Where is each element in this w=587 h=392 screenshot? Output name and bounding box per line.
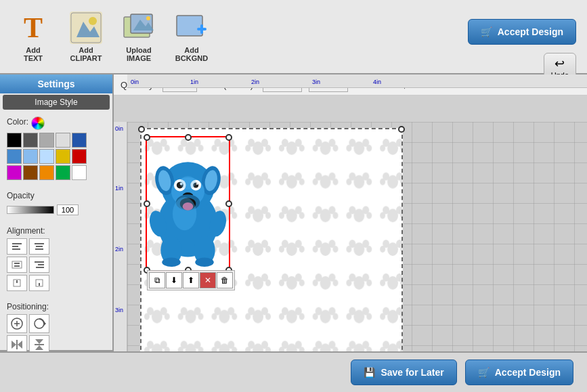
- alignment-section: Alignment:: [0, 221, 112, 297]
- svg-point-66: [162, 257, 180, 267]
- color-swatch[interactable]: [39, 149, 54, 164]
- svg-point-59: [196, 183, 198, 185]
- sidebar-tab-label: Image Style: [35, 97, 77, 107]
- printable-area: ⧉ ⬇ ⬆ ✕ 🗑: [139, 127, 404, 351]
- main-content: Settings Image Style Color:: [0, 74, 587, 351]
- top-toolbar: T Add TEXT Add CLIPART Up: [0, 0, 587, 74]
- color-swatch[interactable]: [72, 133, 87, 148]
- opacity-value-input[interactable]: [57, 204, 79, 215]
- position-rotate-button[interactable]: [29, 314, 49, 333]
- color-swatch[interactable]: [72, 149, 87, 164]
- sidebar-header: Settings: [0, 74, 112, 93]
- color-swatch[interactable]: [39, 133, 54, 148]
- svg-point-70: [173, 197, 196, 230]
- color-swatch[interactable]: [39, 165, 54, 180]
- sidebar: Settings Image Style Color:: [0, 74, 114, 351]
- bkgnd-icon: [175, 11, 209, 45]
- svg-marker-40: [35, 345, 43, 350]
- sidebar-image-style-tab[interactable]: Image Style: [3, 95, 110, 110]
- ruler-v-2: 2in: [115, 246, 123, 253]
- ruler-v-1: 1in: [115, 185, 123, 192]
- element-delete-button[interactable]: 🗑: [217, 272, 233, 288]
- align-top-button[interactable]: [7, 275, 27, 291]
- color-grid: [7, 133, 106, 180]
- dog-element[interactable]: ⧉ ⬇ ⬆ ✕ 🗑: [146, 136, 230, 271]
- position-layer-up-button[interactable]: [7, 314, 27, 333]
- opacity-slider[interactable]: [7, 206, 54, 214]
- accept-design-top-button[interactable]: 🛒 Accept Design: [468, 19, 576, 45]
- positioning-section: Positioning:: [0, 297, 112, 360]
- upload-image-button[interactable]: Upload IMAGE: [116, 8, 161, 65]
- grid-canvas[interactable]: ⧉ ⬇ ⬆ ✕ 🗑: [127, 122, 587, 351]
- canvas-wrapper: Quantity: 10 25 50 100 Size (H x W): 4.0…: [114, 74, 587, 351]
- add-text-label: Add TEXT: [24, 46, 43, 62]
- ruler-v-0: 0in: [115, 125, 123, 132]
- positioning-label: Positioning:: [7, 302, 106, 311]
- alignment-grid: [7, 238, 106, 291]
- ruler-horizontal: 0in 1in 2in 3in 4in: [127, 74, 587, 88]
- add-bkgnd-label: Add BCKGND: [175, 46, 208, 62]
- ruler-h-3: 3in: [312, 79, 320, 85]
- color-swatch[interactable]: [56, 133, 70, 148]
- svg-rect-10: [177, 16, 202, 36]
- add-text-button[interactable]: T Add TEXT: [11, 8, 56, 65]
- color-swatch[interactable]: [7, 149, 22, 164]
- element-toolbar: ⧉ ⬇ ⬆ ✕ 🗑: [147, 270, 235, 290]
- handle-tr[interactable]: [225, 134, 232, 141]
- color-swatch[interactable]: [7, 133, 22, 148]
- save-for-later-button[interactable]: 💾 Save for Later: [351, 360, 456, 385]
- accept-design-bottom-label: Accept Design: [495, 367, 561, 378]
- add-clipart-button[interactable]: Add CLIPART: [64, 8, 108, 65]
- save-icon: 💾: [364, 367, 375, 378]
- svg-rect-13: [200, 24, 203, 34]
- color-swatch[interactable]: [56, 165, 70, 180]
- element-crop-button[interactable]: ✕: [200, 272, 216, 288]
- align-center-button[interactable]: [29, 238, 49, 255]
- clipart-icon: [69, 11, 103, 45]
- color-section: Color:: [0, 111, 112, 186]
- element-layer-down-button[interactable]: ⬇: [166, 272, 182, 288]
- ruler-h-2: 2in: [251, 79, 259, 85]
- color-swatch[interactable]: [23, 133, 38, 148]
- positioning-grid: [7, 314, 106, 354]
- color-swatch[interactable]: [23, 165, 38, 180]
- add-bkgnd-button[interactable]: Add BCKGND: [169, 8, 214, 65]
- bottom-bar: 💾 Save for Later 🛒 Accept Design: [0, 351, 587, 392]
- alignment-label: Alignment:: [7, 226, 106, 236]
- svg-point-3: [89, 17, 97, 25]
- color-swatch[interactable]: [7, 165, 22, 180]
- element-copy-button[interactable]: ⧉: [149, 272, 165, 288]
- ruler-h-1: 1in: [190, 79, 198, 85]
- ruler-vertical: 0in 1in 2in 3in 4in: [114, 122, 127, 351]
- cart-icon-bottom: 🛒: [478, 367, 490, 378]
- color-swatch[interactable]: [72, 165, 87, 180]
- svg-rect-20: [12, 261, 22, 268]
- dog-svg: [147, 137, 229, 270]
- align-bottom-button[interactable]: [29, 275, 49, 291]
- svg-point-9: [146, 16, 150, 20]
- canvas-grid-area: 0in 1in 2in 3in 4in: [114, 108, 587, 351]
- color-wheel-icon[interactable]: [31, 116, 45, 130]
- align-right-button[interactable]: [29, 257, 49, 273]
- handle-tc[interactable]: [185, 134, 192, 141]
- accept-design-bottom-button[interactable]: 🛒 Accept Design: [465, 360, 573, 385]
- opacity-row: [7, 204, 106, 215]
- opacity-label: Opacity: [7, 191, 106, 200]
- handle-tl[interactable]: [144, 134, 150, 141]
- svg-marker-37: [18, 341, 22, 349]
- align-middle-button[interactable]: [7, 257, 27, 273]
- handle-ml[interactable]: [144, 200, 150, 207]
- upload-image-label: Upload IMAGE: [126, 46, 151, 62]
- element-layer-up-button[interactable]: ⬆: [183, 272, 199, 288]
- svg-marker-38: [35, 339, 43, 344]
- align-left-button[interactable]: [7, 238, 27, 255]
- opacity-section: Opacity: [0, 186, 112, 221]
- handle-mr[interactable]: [225, 200, 232, 207]
- svg-point-71: [180, 176, 196, 190]
- color-swatch[interactable]: [56, 149, 70, 164]
- add-clipart-label: Add CLIPART: [70, 46, 102, 62]
- undo-arrow-icon: ↩: [555, 56, 565, 71]
- svg-point-67: [195, 257, 213, 267]
- svg-marker-34: [44, 322, 46, 326]
- color-swatch[interactable]: [23, 149, 38, 164]
